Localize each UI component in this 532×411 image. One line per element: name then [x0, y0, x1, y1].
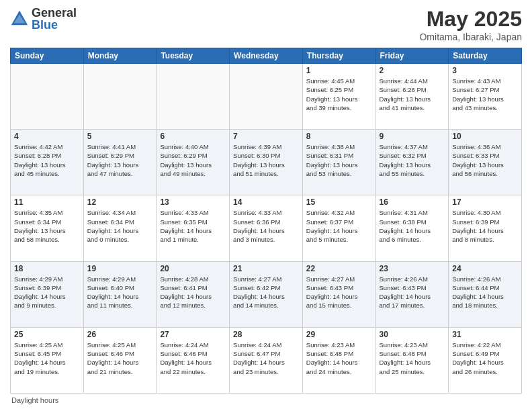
day-cell: 18Sunrise: 4:29 AMSunset: 6:39 PMDayligh…: [11, 261, 84, 327]
logo-text: General Blue: [32, 7, 77, 31]
day-number: 6: [160, 132, 226, 141]
day-info: Sunrise: 4:39 AMSunset: 6:30 PMDaylight:…: [233, 142, 299, 178]
calendar-header: SundayMondayTuesdayWednesdayThursdayFrid…: [11, 48, 522, 64]
day-cell: 1Sunrise: 4:45 AMSunset: 6:25 PMDaylight…: [302, 64, 375, 130]
day-cell: 3Sunrise: 4:43 AMSunset: 6:27 PMDaylight…: [449, 64, 522, 130]
day-info: Sunrise: 4:32 AMSunset: 6:37 PMDaylight:…: [306, 208, 372, 244]
day-number: 30: [380, 330, 445, 339]
page: General Blue May 2025 Omitama, Ibaraki, …: [0, 0, 532, 411]
logo-blue: Blue: [32, 18, 58, 32]
day-cell: 9Sunrise: 4:37 AMSunset: 6:32 PMDaylight…: [375, 130, 449, 195]
day-number: 10: [452, 132, 518, 141]
day-header-saturday: Saturday: [449, 48, 522, 64]
day-info: Sunrise: 4:24 AMSunset: 6:47 PMDaylight:…: [233, 340, 299, 376]
day-number: 2: [380, 66, 445, 75]
day-info: Sunrise: 4:22 AMSunset: 6:49 PMDaylight:…: [452, 340, 518, 376]
day-number: 17: [452, 197, 518, 207]
day-cell: 30Sunrise: 4:23 AMSunset: 6:48 PMDayligh…: [375, 327, 449, 393]
day-cell: [11, 64, 84, 130]
day-cell: 11Sunrise: 4:35 AMSunset: 6:34 PMDayligh…: [11, 195, 84, 261]
week-row-1: 1Sunrise: 4:45 AMSunset: 6:25 PMDaylight…: [11, 64, 522, 130]
day-info: Sunrise: 4:29 AMSunset: 6:40 PMDaylight:…: [87, 275, 153, 310]
day-cell: [157, 64, 230, 130]
day-cell: 26Sunrise: 4:25 AMSunset: 6:46 PMDayligh…: [83, 327, 157, 393]
day-number: 7: [233, 132, 299, 141]
day-number: 3: [452, 66, 518, 75]
day-cell: 19Sunrise: 4:29 AMSunset: 6:40 PMDayligh…: [83, 261, 157, 327]
day-info: Sunrise: 4:43 AMSunset: 6:27 PMDaylight:…: [452, 77, 518, 112]
day-number: 24: [452, 264, 518, 273]
week-row-4: 18Sunrise: 4:29 AMSunset: 6:39 PMDayligh…: [11, 261, 522, 327]
day-cell: 8Sunrise: 4:38 AMSunset: 6:31 PMDaylight…: [302, 130, 375, 195]
week-row-5: 25Sunrise: 4:25 AMSunset: 6:45 PMDayligh…: [11, 327, 522, 393]
day-cell: 15Sunrise: 4:32 AMSunset: 6:37 PMDayligh…: [302, 195, 375, 261]
day-info: Sunrise: 4:30 AMSunset: 6:39 PMDaylight:…: [452, 208, 518, 244]
day-info: Sunrise: 4:45 AMSunset: 6:25 PMDaylight:…: [306, 77, 372, 112]
day-number: 27: [160, 330, 226, 339]
day-number: 21: [233, 264, 299, 273]
day-cell: 24Sunrise: 4:26 AMSunset: 6:44 PMDayligh…: [449, 261, 522, 327]
logo-icon: [10, 9, 29, 28]
day-number: 29: [306, 330, 372, 339]
day-info: Sunrise: 4:28 AMSunset: 6:41 PMDaylight:…: [160, 275, 226, 310]
location: Omitama, Ibaraki, Japan: [419, 32, 522, 42]
day-header-friday: Friday: [375, 48, 449, 64]
day-info: Sunrise: 4:38 AMSunset: 6:31 PMDaylight:…: [306, 142, 372, 178]
day-header-wednesday: Wednesday: [230, 48, 303, 64]
day-info: Sunrise: 4:27 AMSunset: 6:42 PMDaylight:…: [233, 275, 299, 310]
day-number: 14: [233, 197, 299, 207]
day-number: 22: [306, 264, 372, 273]
day-cell: 25Sunrise: 4:25 AMSunset: 6:45 PMDayligh…: [11, 327, 84, 393]
day-cell: 13Sunrise: 4:33 AMSunset: 6:35 PMDayligh…: [157, 195, 230, 261]
day-number: 25: [14, 330, 80, 339]
day-info: Sunrise: 4:42 AMSunset: 6:28 PMDaylight:…: [14, 142, 80, 178]
day-info: Sunrise: 4:33 AMSunset: 6:36 PMDaylight:…: [233, 208, 299, 244]
day-cell: 27Sunrise: 4:24 AMSunset: 6:46 PMDayligh…: [157, 327, 230, 393]
day-number: 31: [452, 330, 518, 339]
week-row-2: 4Sunrise: 4:42 AMSunset: 6:28 PMDaylight…: [11, 130, 522, 195]
day-info: Sunrise: 4:33 AMSunset: 6:35 PMDaylight:…: [160, 208, 226, 244]
logo-general: General: [32, 6, 77, 19]
calendar-body: 1Sunrise: 4:45 AMSunset: 6:25 PMDaylight…: [11, 64, 522, 394]
day-header-tuesday: Tuesday: [157, 48, 230, 64]
day-info: Sunrise: 4:27 AMSunset: 6:43 PMDaylight:…: [306, 275, 372, 310]
day-cell: 22Sunrise: 4:27 AMSunset: 6:43 PMDayligh…: [302, 261, 375, 327]
day-cell: 29Sunrise: 4:23 AMSunset: 6:48 PMDayligh…: [302, 327, 375, 393]
day-cell: 4Sunrise: 4:42 AMSunset: 6:28 PMDaylight…: [11, 130, 84, 195]
title-area: May 2025 Omitama, Ibaraki, Japan: [419, 7, 522, 42]
day-info: Sunrise: 4:23 AMSunset: 6:48 PMDaylight:…: [380, 340, 445, 376]
day-info: Sunrise: 4:41 AMSunset: 6:29 PMDaylight:…: [87, 142, 153, 178]
week-row-3: 11Sunrise: 4:35 AMSunset: 6:34 PMDayligh…: [11, 195, 522, 261]
day-cell: 31Sunrise: 4:22 AMSunset: 6:49 PMDayligh…: [449, 327, 522, 393]
day-info: Sunrise: 4:36 AMSunset: 6:33 PMDaylight:…: [452, 142, 518, 178]
day-header-sunday: Sunday: [11, 48, 84, 64]
day-number: 4: [14, 132, 80, 141]
day-number: 5: [87, 132, 153, 141]
day-header-thursday: Thursday: [302, 48, 375, 64]
logo: General Blue: [10, 7, 77, 31]
day-info: Sunrise: 4:23 AMSunset: 6:48 PMDaylight:…: [306, 340, 372, 376]
calendar: SundayMondayTuesdayWednesdayThursdayFrid…: [10, 48, 522, 394]
day-number: 19: [87, 264, 153, 273]
day-cell: 10Sunrise: 4:36 AMSunset: 6:33 PMDayligh…: [449, 130, 522, 195]
day-cell: 7Sunrise: 4:39 AMSunset: 6:30 PMDaylight…: [230, 130, 303, 195]
day-cell: 21Sunrise: 4:27 AMSunset: 6:42 PMDayligh…: [230, 261, 303, 327]
day-cell: 2Sunrise: 4:44 AMSunset: 6:26 PMDaylight…: [375, 64, 449, 130]
day-cell: 20Sunrise: 4:28 AMSunset: 6:41 PMDayligh…: [157, 261, 230, 327]
day-cell: 14Sunrise: 4:33 AMSunset: 6:36 PMDayligh…: [230, 195, 303, 261]
day-cell: 23Sunrise: 4:26 AMSunset: 6:43 PMDayligh…: [375, 261, 449, 327]
month-title: May 2025: [419, 7, 522, 32]
day-cell: 12Sunrise: 4:34 AMSunset: 6:34 PMDayligh…: [83, 195, 157, 261]
day-number: 26: [87, 330, 153, 339]
day-header-monday: Monday: [83, 48, 157, 64]
day-number: 28: [233, 330, 299, 339]
day-cell: [230, 64, 303, 130]
day-number: 15: [306, 197, 372, 207]
day-info: Sunrise: 4:25 AMSunset: 6:45 PMDaylight:…: [14, 340, 80, 376]
day-number: 12: [87, 197, 153, 207]
day-cell: 6Sunrise: 4:40 AMSunset: 6:29 PMDaylight…: [157, 130, 230, 195]
day-number: 11: [14, 197, 80, 207]
day-cell: 28Sunrise: 4:24 AMSunset: 6:47 PMDayligh…: [230, 327, 303, 393]
day-cell: 5Sunrise: 4:41 AMSunset: 6:29 PMDaylight…: [83, 130, 157, 195]
day-info: Sunrise: 4:31 AMSunset: 6:38 PMDaylight:…: [380, 208, 445, 244]
